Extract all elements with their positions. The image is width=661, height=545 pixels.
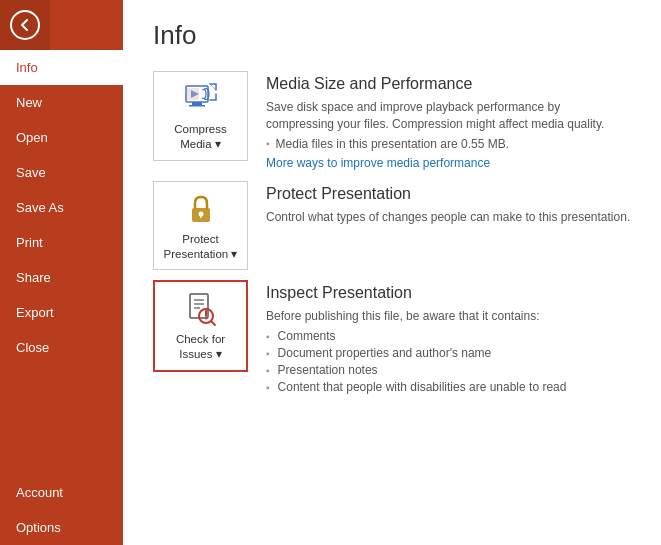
compress-icon [182, 80, 220, 118]
protect-icon [182, 190, 220, 228]
protect-presentation-content: Protect Presentation Control what types … [266, 181, 631, 230]
sidebar-item-export[interactable]: Export [0, 295, 123, 330]
check-issues-label: Check for Issues ▾ [159, 332, 242, 362]
sidebar-item-save[interactable]: Save [0, 155, 123, 190]
back-icon [10, 10, 40, 40]
check-issues-button[interactable]: Check for Issues ▾ [153, 280, 248, 372]
sidebar-item-info[interactable]: Info [0, 50, 123, 85]
compress-media-button[interactable]: Compress Media ▾ [153, 71, 248, 161]
compress-media-desc: Save disk space and improve playback per… [266, 99, 631, 133]
compress-media-content: Media Size and Performance Save disk spa… [266, 71, 631, 171]
inspect-item-pres-notes: Presentation notes [266, 363, 631, 377]
protect-presentation-section: Protect Presentation ▾ Protect Presentat… [153, 181, 631, 271]
inspect-item-accessibility: Content that people with disabilities ar… [266, 380, 631, 394]
sidebar-item-print[interactable]: Print [0, 225, 123, 260]
inspect-presentation-title: Inspect Presentation [266, 284, 631, 302]
compress-media-sub: Media files in this presentation are 0.5… [266, 137, 631, 151]
sidebar-item-account[interactable]: Account [0, 475, 123, 510]
inspect-presentation-desc: Before publishing this file, be aware th… [266, 308, 631, 325]
protect-presentation-button[interactable]: Protect Presentation ▾ [153, 181, 248, 271]
svg-line-16 [211, 321, 215, 325]
svg-line-5 [210, 84, 216, 90]
svg-rect-1 [192, 102, 202, 105]
protect-presentation-title: Protect Presentation [266, 185, 631, 203]
sidebar-item-new[interactable]: New [0, 85, 123, 120]
compress-media-title: Media Size and Performance [266, 75, 631, 93]
inspect-list: Comments Document properties and author'… [266, 329, 631, 394]
compress-media-label: Compress Media ▾ [158, 122, 243, 152]
svg-point-15 [205, 318, 207, 320]
sidebar-item-options[interactable]: Options [0, 510, 123, 545]
sidebar-divider [0, 365, 123, 475]
svg-rect-8 [200, 214, 202, 218]
inspect-icon [182, 290, 220, 328]
inspect-presentation-content: Inspect Presentation Before publishing t… [266, 280, 631, 397]
back-button[interactable] [0, 0, 50, 50]
protect-presentation-desc: Control what types of changes people can… [266, 209, 631, 226]
sidebar-item-close[interactable]: Close [0, 330, 123, 365]
main-content: Info Compress Media ▾ Medi [123, 0, 661, 545]
inspect-presentation-section: Check for Issues ▾ Inspect Presentation … [153, 280, 631, 397]
protect-presentation-label: Protect Presentation ▾ [158, 232, 243, 262]
sidebar-item-share[interactable]: Share [0, 260, 123, 295]
inspect-item-comments: Comments [266, 329, 631, 343]
svg-rect-2 [189, 105, 205, 107]
sidebar-item-open[interactable]: Open [0, 120, 123, 155]
sidebar: Info New Open Save Save As Print Share E… [0, 0, 123, 545]
page-title: Info [153, 20, 631, 51]
sidebar-item-save-as[interactable]: Save As [0, 190, 123, 225]
compress-media-section: Compress Media ▾ Media Size and Performa… [153, 71, 631, 171]
improve-media-link[interactable]: More ways to improve media performance [266, 156, 490, 170]
inspect-item-doc-properties: Document properties and author's name [266, 346, 631, 360]
